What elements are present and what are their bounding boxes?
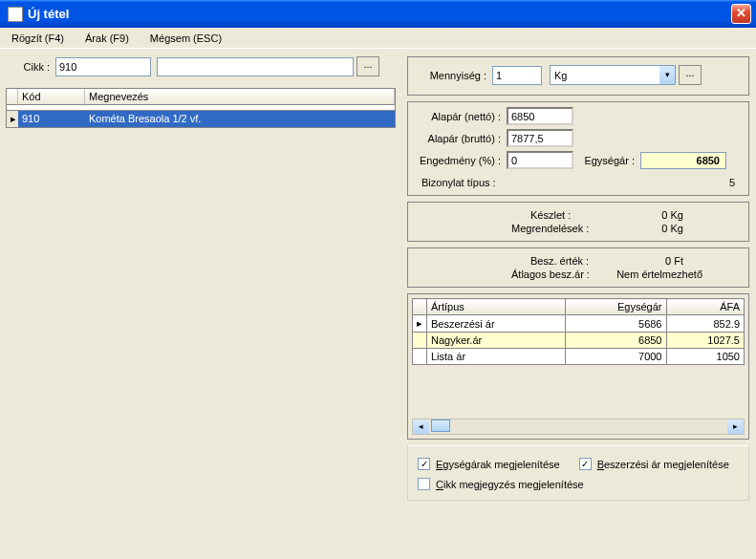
check-cikkmegj[interactable] xyxy=(418,478,430,490)
grid-row[interactable]: ▸ 910 Kométa Bresaola 1/2 vf. xyxy=(7,111,395,127)
unit-browse-button[interactable]: ... xyxy=(679,65,702,85)
check-egysegarak-label: Egységárak megjelenítése xyxy=(436,459,560,470)
price-row-marker-header xyxy=(413,299,427,315)
alapar-brutto-input[interactable] xyxy=(507,129,573,147)
engedmeny-label: Engedmény (%) : xyxy=(416,155,507,166)
price-header-artipus[interactable]: Ártípus xyxy=(427,299,566,315)
grid-header-megnevezes[interactable]: Megnevezés xyxy=(85,89,395,105)
check-cikkmegj-label: Cikk megjegyzés megjelenítése xyxy=(436,479,584,490)
unit-value: Kg xyxy=(554,70,567,81)
menu-rogzit[interactable]: Rögzít (F4) xyxy=(8,31,68,46)
mennyiseg-input[interactable] xyxy=(492,66,542,85)
window-title: Új tétel xyxy=(28,7,731,21)
beszertek-label: Besz. érték : xyxy=(530,255,589,267)
check-beszerzesi[interactable]: ✓ xyxy=(579,458,592,470)
price-header-afa[interactable]: ÁFA xyxy=(666,299,745,315)
horizontal-scrollbar[interactable]: ◂ ▸ xyxy=(412,419,745,435)
alapar-brutto-label: Alapár (bruttó) : xyxy=(416,133,507,144)
grid-cell-megnevezes: Kométa Bresaola 1/2 vf. xyxy=(85,111,395,127)
beszertek-value: 0 Ft xyxy=(665,255,683,267)
keszlet-label: Készlet : xyxy=(530,209,571,221)
display-options-group: ✓ Egységárak megjelenítése ✓ Beszerzési … xyxy=(407,445,749,501)
scroll-right-icon[interactable]: ▸ xyxy=(727,419,744,434)
bizonylat-value: 5 xyxy=(729,177,735,188)
atlagbesz-value: Nem értelmezhető xyxy=(616,269,702,280)
megrend-value: 0 Kg xyxy=(661,223,683,234)
app-icon xyxy=(8,7,23,22)
price-row[interactable]: ▸Beszerzési ár5686852.9 xyxy=(413,315,745,333)
megrend-label: Megrendelések : xyxy=(511,223,589,234)
unit-select[interactable]: Kg ▾ xyxy=(550,65,676,85)
chevron-down-icon: ▾ xyxy=(659,66,675,84)
engedmeny-input[interactable] xyxy=(507,151,573,169)
scroll-left-icon[interactable]: ◂ xyxy=(413,419,429,434)
check-egysegarak[interactable]: ✓ xyxy=(418,458,430,470)
cikk-name-input[interactable] xyxy=(157,57,354,76)
cikk-grid[interactable]: Kód Megnevezés xyxy=(6,88,396,111)
check-beszerzesi-label: Beszerzési ár megjelenítése xyxy=(597,459,729,470)
cikk-label: Cikk : xyxy=(6,61,55,73)
alapar-netto-label: Alapár (nettó) : xyxy=(416,111,507,122)
egysegar-value: 6850 xyxy=(640,152,726,169)
menu-megsem[interactable]: Mégsem (ESC) xyxy=(146,31,226,46)
price-table: Ártípus Egységár ÁFA ▸Beszerzési ár56868… xyxy=(412,298,745,365)
mennyiseg-label: Mennyiség : xyxy=(418,70,492,81)
keszlet-value: 0 Kg xyxy=(661,209,683,221)
cikk-browse-button[interactable]: ... xyxy=(356,56,379,76)
bizonylat-label: Bizonylat típus : xyxy=(421,177,496,188)
atlagbesz-label: Átlagos besz.ár : xyxy=(511,269,590,280)
grid-row-marker-header xyxy=(7,89,18,105)
price-header-egysegar[interactable]: Egységár xyxy=(565,299,666,315)
price-row[interactable]: Lista ár70001050 xyxy=(413,349,745,365)
alapar-netto-input[interactable] xyxy=(507,107,573,125)
close-button[interactable]: ✕ xyxy=(731,4,751,24)
menu-arak[interactable]: Árak (F9) xyxy=(81,31,133,46)
grid-header-kod[interactable]: Kód xyxy=(18,89,85,105)
price-row[interactable]: Nagyker.ár68501027.5 xyxy=(413,333,745,349)
egysegar-label: Egységár : xyxy=(573,155,640,166)
titlebar: Új tétel ✕ xyxy=(0,0,756,28)
cikk-code-input[interactable] xyxy=(55,57,151,76)
menubar: Rögzít (F4) Árak (F9) Mégsem (ESC) xyxy=(0,28,756,49)
grid-cell-kod: 910 xyxy=(18,111,85,127)
scroll-thumb[interactable] xyxy=(431,419,450,432)
